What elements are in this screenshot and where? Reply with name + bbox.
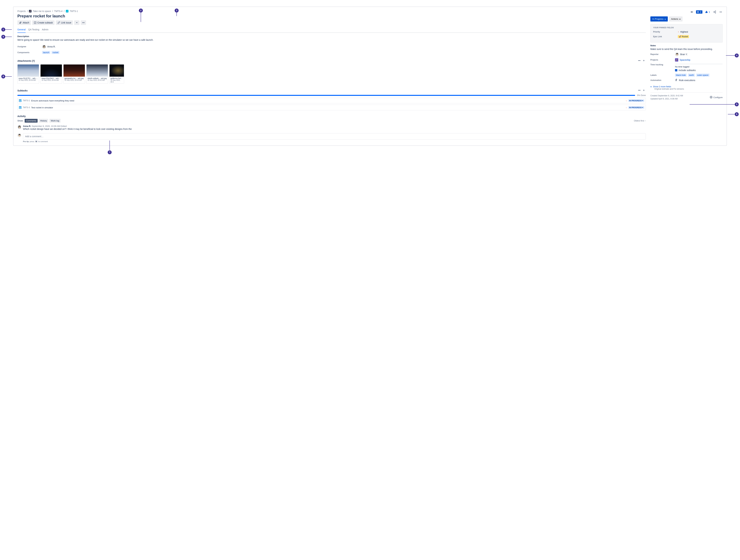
comment-input[interactable]: Add a comment… [23,133,646,139]
comment-edited: Edited [61,125,67,127]
comment-author[interactable]: Anna R. [23,125,31,127]
subtask-row[interactable]: TMTS-3 Test rocket in simulator ↑ IN PRO… [17,105,646,110]
attachment-card[interactable]: guillermo-ferl… a 18 Sep 2020, 09:4 [109,64,124,84]
attach-button[interactable]: Attach [17,20,31,25]
component-chip[interactable]: rocket [52,51,59,54]
epic-lozenge[interactable]: 🚀 Rocket [678,35,689,38]
subtasks-more-button[interactable]: ••• [637,88,641,93]
reporter-label: Reporter [650,53,675,56]
automation-field[interactable]: Automation Rule executions [650,79,723,82]
notes-text[interactable]: Make sure to send the QA team this issue… [650,48,723,51]
subtask-type-icon [19,106,21,109]
annotation-4: 4 [735,54,739,58]
attachments-add-button[interactable] [642,59,646,63]
breadcrumb-parent[interactable]: TMTS-4 [54,10,63,12]
tab-general[interactable]: General [17,27,26,33]
attachments-more-button[interactable]: ••• [637,59,641,63]
automation-label: Automation [650,79,675,81]
subtask-key[interactable]: TMTS-2 [23,99,30,102]
issue-title[interactable]: Prepare rocket for launch [17,14,646,18]
component-chip[interactable]: launch [42,51,50,54]
activity-sort-button[interactable]: Oldest first ↑ [634,119,646,122]
subtask-summary[interactable]: Test rocket in simulator [31,106,625,109]
vote-count: 1 [709,11,710,13]
components-value[interactable]: launch rocket [42,51,60,54]
more-actions-button[interactable]: ••• [719,10,723,14]
attach-label: Attach [23,21,29,24]
label-chip[interactable]: black-hole [675,74,687,77]
attachment-card[interactable]: ganapathy-ku… ash.jpg 18 Sep 2020, 09:43… [63,64,85,84]
activity-tab-history[interactable]: History [39,119,48,122]
breadcrumb-projects[interactable]: Projects [17,10,26,12]
actions-dropdown[interactable]: Actions [669,16,682,21]
subtask-summary[interactable]: Ensure astronauts have everything they n… [31,99,625,102]
priority-field[interactable]: Priority ↑ Highest [653,30,720,33]
status-row: In Progress Actions [650,16,723,21]
create-subtask-button[interactable]: Create subtask [32,20,55,25]
pinned-fields-header: YOUR PINNED FIELDS [653,26,720,28]
annotation-5: 5 [735,102,739,106]
subtasks-progress-bar [17,95,635,96]
subtasks-add-button[interactable] [642,88,646,93]
priority-label: Priority [653,31,678,33]
priority-high-icon: ↑ [626,99,627,102]
subtask-row[interactable]: TMTS-2 Ensure astronauts have everything… [17,98,646,103]
link-issue-dropdown[interactable] [74,20,79,25]
activity-tab-worklog[interactable]: Work log [50,119,61,122]
subtask-status[interactable]: IN PROGRESS [628,106,644,109]
subtasks-heading: Subtasks [17,89,27,92]
include-subtasks-checkbox[interactable]: ✓ [675,69,677,71]
configure-button[interactable]: Configure [710,96,723,99]
chevron-down-icon [650,85,652,88]
share-button[interactable] [713,10,717,14]
tab-qa-testing[interactable]: QA Testing [28,27,39,33]
status-dropdown[interactable]: In Progress [650,16,668,21]
attachment-card[interactable]: niketh-vellank… ash.jpg 18 Sep 2020, 09:… [86,64,108,84]
attachment-card[interactable]: nasa-Q1p7bh3… ash.jpg 18 Sep 2020, 09:44… [40,64,62,84]
reporter-field[interactable]: Reporter 👨🏻 Bran Y. [650,53,723,56]
create-subtask-label: Create subtask [37,21,53,24]
description-text[interactable]: We're going to space! We need to ensure … [17,38,646,42]
subtask-status[interactable]: IN PROGRESS [628,99,644,102]
comment-input-row: 👨🏻 Add a comment… [17,133,646,139]
attachment-filename: ganapathy-ku… ash.jpg [65,77,84,79]
labels-field[interactable]: Labels black-hole earth outer-space [650,74,723,77]
activity-tab-comments[interactable]: Comments [25,119,37,122]
main-column: Projects / 🚀 Take me to space / TMTS-4 /… [17,10,646,143]
svg-point-2 [714,12,715,12]
attachment-thumb [40,65,62,77]
attachments-heading: Attachments (7) [17,60,35,62]
breadcrumb-issue[interactable]: TMTS-1 [70,10,78,12]
assignee-value[interactable]: 👩🏻 Anna R. [42,44,56,49]
comment-avatar: 👩🏻 [17,125,21,129]
chevron-down-icon [642,100,643,101]
annotation-7-line [109,141,110,150]
annotation-8: 8 [1,75,5,79]
current-user-avatar: 👨🏻 [17,133,21,137]
projects-field[interactable]: Projects 🚀 Spaceship [650,58,723,62]
attachment-thumb [109,65,124,77]
annotation-1-line [5,29,12,30]
subtask-key[interactable]: TMTS-3 [23,106,30,109]
feedback-button[interactable] [690,10,694,14]
show-more-fields[interactable]: Show 2 more fields [650,85,671,88]
attachment-card[interactable]: nasa-OLIj17tU… ash.jpg 18 Sep 2020, 09:4… [17,64,39,84]
more-quickactions-button[interactable]: ••• [81,20,86,25]
breadcrumb-sep: / [52,10,53,12]
tab-admin[interactable]: Admin [42,27,49,33]
link-issue-button[interactable]: Link issue [56,20,73,25]
reporter-name: Bran Y. [680,53,687,56]
label-chip[interactable]: earth [688,74,695,77]
epiclink-field[interactable]: Epic Link 🚀 Rocket [653,35,720,38]
annotation-4-line [726,55,735,56]
comment-protip: Pro tip: press M to comment [23,141,646,143]
watch-button[interactable]: 2 [696,10,703,14]
vote-button[interactable]: 1 [705,10,711,14]
show-more-fields-sub: Original estimate and Fix versions [654,88,723,90]
label-chip[interactable]: outer-space [696,74,710,77]
project-name[interactable]: Spaceship [679,59,690,61]
breadcrumb-project[interactable]: Take me to space [33,10,51,12]
timetracking-field[interactable]: Time tracking No time logged ✓ Include s… [650,64,723,72]
dates-row: Created September 8, 2020, 9:42 AM Updat… [650,92,723,100]
attachments-strip[interactable]: nasa-OLIj17tU… ash.jpg 18 Sep 2020, 09:4… [17,64,646,84]
